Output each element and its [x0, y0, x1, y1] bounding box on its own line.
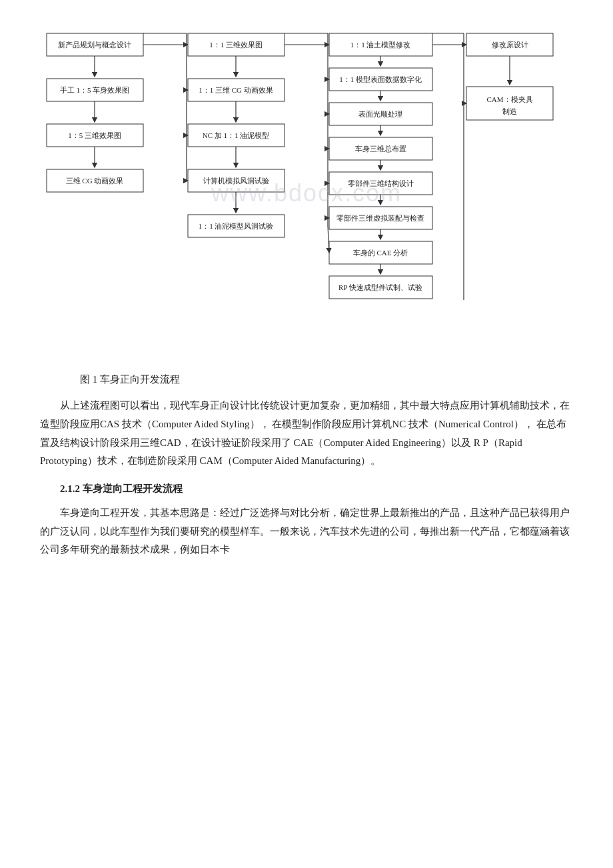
- text-c2-4: 计算机模拟风洞试验: [203, 177, 269, 185]
- text-c2-5: 1：1 油泥模型风洞试验: [199, 222, 274, 230]
- text-c3-7: 车身的 CAE 分析: [353, 249, 408, 257]
- paragraph-2: 车身逆向工程开发，其基本思路是：经过广泛选择与对比分析，确定世界上最新推出的产品…: [40, 504, 573, 559]
- flowchart-svg: .fc-box { fill: white; stroke: #333; str…: [40, 20, 573, 367]
- text-c3-5: 零部件三维结构设计: [348, 179, 414, 187]
- text-c2-2: 1：1 三维 CG 动画效果: [199, 86, 273, 94]
- flowchart-area: www.bdocx.com .fc-box { fill: white; str…: [40, 20, 573, 367]
- paragraph-1: 从上述流程图可以看出，现代车身正向设计比传统设计更加复杂，更加精细，其中最大特点…: [40, 397, 573, 471]
- text-c1-1: 新产品规划与概念设计: [58, 41, 131, 49]
- text-c3-4: 车身三维总布置: [355, 145, 406, 153]
- text-c3-6: 零部件三维虚拟装配与检查: [336, 214, 424, 222]
- text-c4-2a: CAM：模夹具: [486, 95, 532, 103]
- text-c4-1: 修改原设计: [492, 41, 528, 49]
- text-c2-1: 1：1 三维效果图: [209, 41, 263, 49]
- section-heading: 2.1.2 车身逆向工程开发流程: [40, 480, 573, 499]
- text-c4-2b: 制造: [502, 107, 517, 115]
- text-c3-1: 1：1 油土模型修改: [350, 41, 411, 49]
- bracket2-to-c3-7: [328, 226, 329, 253]
- text-c3-8: RP 快速成型件试制、试验: [338, 283, 422, 291]
- text-c1-4: 三维 CG 动画效果: [66, 177, 124, 185]
- text-c3-3: 表面光顺处理: [358, 110, 402, 118]
- text-c1-3: 1：5 三维效果图: [68, 131, 121, 139]
- figure-caption: 图 1 车身正向开发流程: [80, 373, 573, 386]
- text-c2-3: NC 加 1：1 油泥模型: [203, 131, 270, 139]
- text-c3-2: 1：1 模型表面数据数字化: [339, 75, 422, 83]
- text-c1-2: 手工 1：5 车身效果图: [60, 86, 130, 94]
